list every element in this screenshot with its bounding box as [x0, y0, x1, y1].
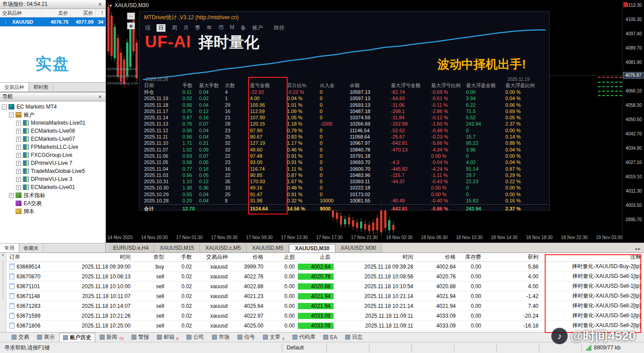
expander-icon[interactable]: +	[16, 137, 21, 142]
bottom-tab-11[interactable]: EA	[320, 333, 341, 342]
orders-col-header[interactable]: 时间	[334, 253, 416, 261]
orders-col-header[interactable]: 类型	[134, 253, 167, 261]
connection-status[interactable]: 8909/77 kb	[581, 344, 644, 352]
bottom-tab-1[interactable]: 展示	[34, 333, 58, 342]
bottom-tab-7[interactable]: 市场	[208, 333, 233, 342]
nav-item-accounts[interactable]: −账户	[0, 111, 106, 119]
nav-item-account[interactable]: +FXCGGroup-Live	[0, 151, 106, 159]
stats-cell	[391, 185, 431, 191]
chart-area[interactable]: 63705041 sell 0.0263704869 sell 0.026370…	[106, 0, 644, 243]
stats-menu-item[interactable]: 备	[241, 24, 246, 32]
stats-menu-item[interactable]: 月	[183, 24, 189, 32]
close-icon[interactable]: ×	[97, 1, 103, 8]
orders-col-header[interactable]: 止损	[267, 253, 298, 261]
stats-cell: 10173.02	[350, 191, 391, 198]
chart-tab-0[interactable]: EURUSD.e,H4	[108, 244, 154, 252]
tab-symbols[interactable]: 交易品种	[0, 83, 29, 92]
bottom-tab-3[interactable]: 新闻73	[96, 333, 127, 342]
stats-menu-item[interactable]: 日	[157, 24, 165, 32]
orders-col-header[interactable]: 价格	[416, 253, 459, 261]
expander-icon[interactable]: +	[16, 129, 21, 134]
close-icon[interactable]: ×	[0, 253, 6, 258]
price-axis[interactable]: 4113.304105.304097.404089.704081.904074.…	[623, 0, 644, 234]
column-spread[interactable]: !	[96, 9, 106, 17]
order-cell: xauusd	[195, 273, 231, 280]
symbol-row-xauusd[interactable]: ↑XAUUSD 4076.75 4077.09 34	[0, 17, 106, 26]
orders-col-header[interactable]: 交易品种	[195, 253, 231, 261]
close-icon[interactable]: ×	[97, 94, 103, 100]
expander-icon[interactable]: +	[16, 121, 21, 126]
nav-item-root[interactable]: −EC Markets MT4	[0, 103, 106, 111]
nav-item-account[interactable]: +ECMarkets-Live01	[0, 183, 106, 191]
column-symbol[interactable]: 交易品种	[0, 9, 42, 17]
orders-col-header[interactable]: 获利	[484, 253, 542, 261]
tab-favorites[interactable]: 收藏夹	[19, 244, 43, 252]
chart-tab-3[interactable]: XAUUSD,M5	[246, 244, 289, 252]
expander-icon[interactable]: −	[9, 113, 14, 118]
order-id: 63669514	[17, 264, 40, 270]
panel-edge-strip[interactable]: ×	[0, 253, 6, 332]
expander-icon[interactable]: +	[16, 185, 21, 190]
nav-item-account[interactable]: +ECMarkets-Live07	[0, 135, 106, 143]
mtdriver-stats-panel[interactable]: MTDriver统计 ,V3.12 (http://mtdriver.cn) 综…	[139, 11, 550, 210]
orders-col-header[interactable]: 库存费	[459, 253, 484, 261]
bottom-tab-10[interactable]: 代码库	[289, 333, 319, 342]
stats-menu-item[interactable]: M	[230, 24, 234, 32]
chart-tab-5[interactable]: XAUUSD',M30	[335, 244, 382, 252]
nav-item-account[interactable]: +DPrimeVU-Live 7	[0, 159, 106, 167]
nav-item-account[interactable]: +FPMarketsLLC-Live	[0, 143, 106, 151]
expander-icon[interactable]: +	[16, 177, 21, 182]
bottom-tab-9[interactable]: 文章3	[259, 333, 288, 342]
candlestick	[348, 217, 350, 224]
time-axis[interactable]: 14 Nov 202514 Nov 20:3017 Nov 01:3017 No…	[107, 235, 623, 240]
tab-scroll-icons[interactable]: ◂ ▸	[635, 246, 644, 252]
stats-menu-item[interactable]: 季	[195, 24, 200, 32]
tab-common[interactable]: 常用	[0, 244, 19, 252]
expander-icon[interactable]: +	[16, 145, 21, 150]
panel-minimize-button[interactable]: —	[127, 13, 135, 20]
nav-item-account[interactable]: +TradeMaxGlobal-Live5	[0, 167, 106, 175]
drag-grip[interactable]	[2, 261, 4, 301]
tab-tick-chart[interactable]: 即时图	[29, 83, 53, 92]
expander-icon[interactable]: +	[16, 153, 21, 158]
stats-menu-item[interactable]: 综	[145, 24, 150, 32]
chart-tab-2[interactable]: XAUUSD.c,M5	[200, 244, 246, 252]
stats-menu-item[interactable]: 周	[172, 24, 177, 32]
nav-item-indicators[interactable]: +技术指标	[0, 191, 106, 199]
stats-menu-item[interactable]: 年	[207, 24, 212, 32]
stats-menu-item[interactable]: 币	[218, 24, 224, 32]
bottom-tab-4[interactable]: 警报	[128, 333, 153, 342]
bottom-tab-2[interactable]: 账户历史	[59, 333, 95, 342]
bid-price: 4076.75	[42, 19, 71, 25]
column-ask[interactable]: 买价	[71, 9, 96, 17]
orders-col-header[interactable]: 止盈	[298, 253, 334, 261]
stats-path-label[interactable]: 路径	[274, 24, 284, 32]
nav-item-scripts[interactable]: 脚本	[0, 207, 106, 215]
nav-item-account[interactable]: +ECMarkets-Live08	[0, 127, 106, 135]
nav-item-account[interactable]: +MonetaMarkets-Live01	[0, 119, 106, 127]
bottom-tab-6[interactable]: 公司	[183, 333, 208, 342]
expander-icon[interactable]: +	[16, 169, 21, 174]
bottom-tab-12[interactable]: 日志	[342, 333, 366, 342]
bottom-tab-8[interactable]: 信号	[234, 333, 258, 342]
chart-tab-4[interactable]: XAUUSD,M30	[289, 244, 335, 252]
nav-item-account[interactable]: +DPrimeVU-Live 3	[0, 175, 106, 183]
chart-tab-1[interactable]: XAUUSD,M15	[154, 244, 200, 252]
orders-col-header[interactable]: 手数	[167, 253, 195, 261]
bottom-tab-0[interactable]: 交易	[8, 333, 33, 342]
profile-selector[interactable]: Default	[282, 344, 326, 352]
stats-menu-item[interactable]: 账户	[252, 24, 263, 32]
order-cell: 0.00	[459, 293, 484, 299]
orders-col-header[interactable]: 价格	[231, 253, 267, 261]
stats-row: 2025.11.040.770.1616116.741.11 %010600.7…	[144, 166, 547, 172]
expander-icon[interactable]: +	[16, 161, 21, 166]
expander-icon[interactable]: +	[9, 193, 14, 198]
orders-col-header[interactable]: 时间	[73, 253, 134, 261]
orders-col-header[interactable]: 订单	[6, 253, 73, 261]
bottom-tab-5[interactable]: 邮箱6	[153, 333, 182, 342]
expander-icon[interactable]: −	[2, 105, 7, 109]
column-bid[interactable]: 卖价	[42, 9, 71, 17]
panel-screenshot-button[interactable]: ◉	[127, 22, 135, 29]
stats-cell: 5.52	[466, 114, 505, 121]
nav-item-ea[interactable]: EA交易	[0, 199, 106, 207]
